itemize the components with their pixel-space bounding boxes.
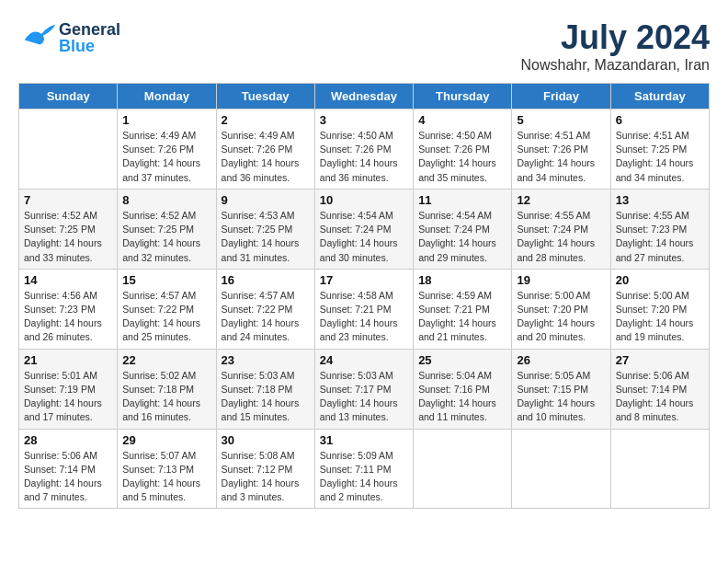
day-info: Sunrise: 4:50 AMSunset: 7:26 PMDaylight:… xyxy=(418,129,506,185)
day-info: Sunrise: 4:52 AMSunset: 7:25 PMDaylight:… xyxy=(122,209,210,265)
calendar-day-cell: 24Sunrise: 5:03 AMSunset: 7:17 PMDayligh… xyxy=(314,349,413,429)
calendar-day-cell: 31Sunrise: 5:09 AMSunset: 7:11 PMDayligh… xyxy=(314,429,413,509)
day-number: 29 xyxy=(122,433,210,447)
calendar-table: SundayMondayTuesdayWednesdayThursdayFrid… xyxy=(18,83,710,509)
day-info: Sunrise: 5:05 AMSunset: 7:15 PMDaylight:… xyxy=(517,369,605,425)
day-number: 23 xyxy=(222,353,310,367)
calendar-day-cell: 20Sunrise: 5:00 AMSunset: 7:20 PMDayligh… xyxy=(610,269,709,349)
day-of-week-header: Tuesday xyxy=(216,84,314,109)
logo-text: General Blue xyxy=(59,21,120,54)
calendar-day-cell: 4Sunrise: 4:50 AMSunset: 7:26 PMDaylight… xyxy=(414,109,512,190)
day-info: Sunrise: 5:02 AMSunset: 7:18 PMDaylight:… xyxy=(122,369,210,425)
day-number: 17 xyxy=(320,273,408,287)
day-number: 24 xyxy=(320,353,408,367)
calendar-day-cell: 1Sunrise: 4:49 AMSunset: 7:26 PMDaylight… xyxy=(118,109,216,190)
calendar-day-cell xyxy=(414,429,512,509)
day-number: 9 xyxy=(222,193,310,207)
day-number: 20 xyxy=(616,273,704,287)
calendar-day-cell: 9Sunrise: 4:53 AMSunset: 7:25 PMDaylight… xyxy=(216,189,314,269)
calendar-day-cell: 10Sunrise: 4:54 AMSunset: 7:24 PMDayligh… xyxy=(314,189,413,269)
day-of-week-header: Friday xyxy=(512,84,610,109)
day-info: Sunrise: 5:01 AMSunset: 7:19 PMDaylight:… xyxy=(24,369,112,425)
day-number: 12 xyxy=(517,193,605,207)
title-block: July 2024 Nowshahr, Mazandaran, Iran xyxy=(521,18,710,74)
day-number: 1 xyxy=(122,113,210,127)
calendar-day-cell: 7Sunrise: 4:52 AMSunset: 7:25 PMDaylight… xyxy=(19,189,118,269)
page-header: General Blue July 2024 Nowshahr, Mazanda… xyxy=(18,18,710,74)
calendar-day-cell xyxy=(512,429,610,509)
day-number: 3 xyxy=(320,113,408,127)
day-number: 11 xyxy=(418,193,506,207)
day-info: Sunrise: 5:03 AMSunset: 7:18 PMDaylight:… xyxy=(222,369,310,425)
day-info: Sunrise: 4:55 AMSunset: 7:24 PMDaylight:… xyxy=(517,209,605,265)
day-number: 28 xyxy=(24,433,112,447)
day-of-week-header: Monday xyxy=(118,84,216,109)
day-number: 15 xyxy=(122,273,210,287)
day-info: Sunrise: 4:51 AMSunset: 7:25 PMDaylight:… xyxy=(616,129,704,185)
day-info: Sunrise: 4:49 AMSunset: 7:26 PMDaylight:… xyxy=(222,129,310,185)
day-info: Sunrise: 4:54 AMSunset: 7:24 PMDaylight:… xyxy=(320,209,408,265)
calendar-day-cell: 5Sunrise: 4:51 AMSunset: 7:26 PMDaylight… xyxy=(512,109,610,190)
day-info: Sunrise: 5:08 AMSunset: 7:12 PMDaylight:… xyxy=(222,449,310,505)
day-info: Sunrise: 5:03 AMSunset: 7:17 PMDaylight:… xyxy=(320,369,408,425)
calendar-week-row: 14Sunrise: 4:56 AMSunset: 7:23 PMDayligh… xyxy=(19,269,710,349)
calendar-day-cell: 3Sunrise: 4:50 AMSunset: 7:26 PMDaylight… xyxy=(314,109,413,190)
day-number: 14 xyxy=(24,273,112,287)
day-number: 2 xyxy=(222,113,310,127)
day-number: 31 xyxy=(320,433,408,447)
calendar-day-cell: 27Sunrise: 5:06 AMSunset: 7:14 PMDayligh… xyxy=(610,349,709,429)
day-number: 6 xyxy=(616,113,704,127)
calendar-day-cell: 8Sunrise: 4:52 AMSunset: 7:25 PMDaylight… xyxy=(118,189,216,269)
calendar-day-cell: 13Sunrise: 4:55 AMSunset: 7:23 PMDayligh… xyxy=(610,189,709,269)
day-info: Sunrise: 5:00 AMSunset: 7:20 PMDaylight:… xyxy=(517,289,605,345)
logo: General Blue xyxy=(18,18,120,57)
day-number: 4 xyxy=(418,113,506,127)
day-number: 5 xyxy=(517,113,605,127)
day-info: Sunrise: 4:59 AMSunset: 7:21 PMDaylight:… xyxy=(418,289,506,345)
day-number: 30 xyxy=(222,433,310,447)
day-info: Sunrise: 5:07 AMSunset: 7:13 PMDaylight:… xyxy=(122,449,210,505)
day-info: Sunrise: 4:51 AMSunset: 7:26 PMDaylight:… xyxy=(517,129,605,185)
calendar-day-cell xyxy=(610,429,709,509)
day-info: Sunrise: 4:57 AMSunset: 7:22 PMDaylight:… xyxy=(122,289,210,345)
calendar-day-cell: 21Sunrise: 5:01 AMSunset: 7:19 PMDayligh… xyxy=(19,349,118,429)
calendar-week-row: 1Sunrise: 4:49 AMSunset: 7:26 PMDaylight… xyxy=(19,109,710,190)
calendar-day-cell: 30Sunrise: 5:08 AMSunset: 7:12 PMDayligh… xyxy=(216,429,314,509)
calendar-day-cell: 29Sunrise: 5:07 AMSunset: 7:13 PMDayligh… xyxy=(118,429,216,509)
logo-general-text: General xyxy=(59,21,120,38)
day-info: Sunrise: 4:52 AMSunset: 7:25 PMDaylight:… xyxy=(24,209,112,265)
day-number: 13 xyxy=(616,193,704,207)
day-of-week-header: Wednesday xyxy=(314,84,413,109)
calendar-day-cell: 16Sunrise: 4:57 AMSunset: 7:22 PMDayligh… xyxy=(216,269,314,349)
calendar-day-cell: 23Sunrise: 5:03 AMSunset: 7:18 PMDayligh… xyxy=(216,349,314,429)
day-number: 10 xyxy=(320,193,408,207)
day-number: 21 xyxy=(24,353,112,367)
calendar-day-cell: 11Sunrise: 4:54 AMSunset: 7:24 PMDayligh… xyxy=(414,189,512,269)
calendar-week-row: 28Sunrise: 5:06 AMSunset: 7:14 PMDayligh… xyxy=(19,429,710,509)
calendar-day-cell: 2Sunrise: 4:49 AMSunset: 7:26 PMDaylight… xyxy=(216,109,314,190)
day-info: Sunrise: 4:57 AMSunset: 7:22 PMDaylight:… xyxy=(222,289,310,345)
day-info: Sunrise: 4:56 AMSunset: 7:23 PMDaylight:… xyxy=(24,289,112,345)
day-info: Sunrise: 4:54 AMSunset: 7:24 PMDaylight:… xyxy=(418,209,506,265)
logo-blue-text: Blue xyxy=(59,38,120,54)
calendar-week-row: 7Sunrise: 4:52 AMSunset: 7:25 PMDaylight… xyxy=(19,189,710,269)
calendar-day-cell: 18Sunrise: 4:59 AMSunset: 7:21 PMDayligh… xyxy=(414,269,512,349)
day-number: 26 xyxy=(517,353,605,367)
calendar-day-cell: 22Sunrise: 5:02 AMSunset: 7:18 PMDayligh… xyxy=(118,349,216,429)
day-of-week-header: Sunday xyxy=(19,84,118,109)
day-info: Sunrise: 5:06 AMSunset: 7:14 PMDaylight:… xyxy=(24,449,112,505)
calendar-title: July 2024 xyxy=(521,18,710,57)
calendar-day-cell: 28Sunrise: 5:06 AMSunset: 7:14 PMDayligh… xyxy=(19,429,118,509)
calendar-day-cell: 14Sunrise: 4:56 AMSunset: 7:23 PMDayligh… xyxy=(19,269,118,349)
calendar-day-cell: 15Sunrise: 4:57 AMSunset: 7:22 PMDayligh… xyxy=(118,269,216,349)
day-number: 18 xyxy=(418,273,506,287)
day-info: Sunrise: 4:55 AMSunset: 7:23 PMDaylight:… xyxy=(616,209,704,265)
day-info: Sunrise: 4:50 AMSunset: 7:26 PMDaylight:… xyxy=(320,129,408,185)
day-info: Sunrise: 5:09 AMSunset: 7:11 PMDaylight:… xyxy=(320,449,408,505)
logo-icon xyxy=(18,18,57,57)
calendar-day-cell xyxy=(19,109,118,190)
day-info: Sunrise: 5:06 AMSunset: 7:14 PMDaylight:… xyxy=(616,369,704,425)
day-number: 19 xyxy=(517,273,605,287)
day-info: Sunrise: 5:00 AMSunset: 7:20 PMDaylight:… xyxy=(616,289,704,345)
day-number: 22 xyxy=(122,353,210,367)
